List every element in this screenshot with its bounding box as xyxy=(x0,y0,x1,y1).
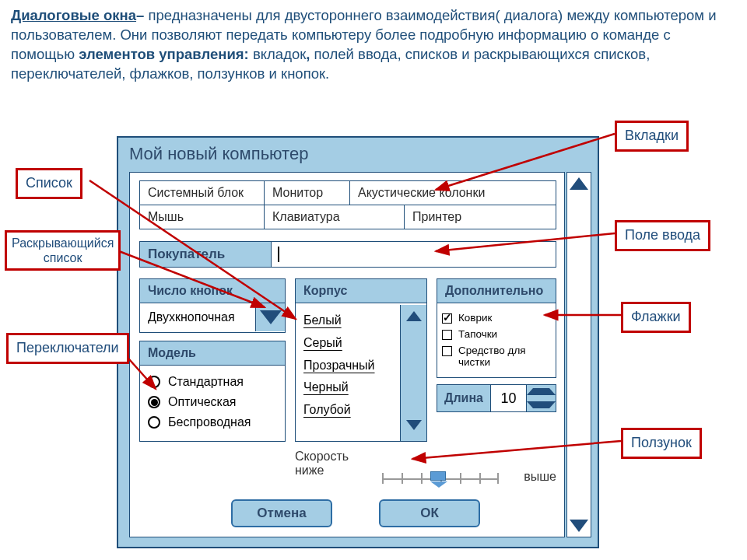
scroll-up[interactable] xyxy=(567,173,591,194)
dialog-title: Мой новый компьютер xyxy=(118,138,598,172)
scroll-up-icon[interactable] xyxy=(406,311,422,321)
triangle-up-icon xyxy=(570,177,588,190)
spinner-up[interactable] xyxy=(527,385,556,398)
tab-mouse[interactable]: Мышь xyxy=(140,205,265,229)
callout-radios: Переключатели xyxy=(6,333,129,364)
buttons-count-panel: Число кнопок Двухкнопочная xyxy=(139,278,286,333)
buttons-count-value: Двухкнопочная xyxy=(140,303,255,331)
tab-speakers[interactable]: Акустические колонки xyxy=(350,181,556,205)
tab-keyboard[interactable]: Клавиатура xyxy=(265,205,405,229)
triangle-down-icon xyxy=(570,520,588,532)
radio-optical[interactable]: Оптическая xyxy=(148,392,277,412)
checkbox-mat[interactable]: Коврик xyxy=(442,310,551,326)
scroll-down[interactable] xyxy=(567,515,591,537)
dialog-scrollbar[interactable] xyxy=(566,172,591,537)
chevron-down-icon xyxy=(527,401,556,408)
radio-wireless[interactable]: Беспроводная xyxy=(148,412,277,432)
dialog-window: Мой новый компьютер Системный блок Монит… xyxy=(117,136,599,548)
buyer-input[interactable] xyxy=(272,241,556,268)
tab-monitor[interactable]: Монитор xyxy=(265,181,350,205)
tabs-container: Системный блок Монитор Акустические коло… xyxy=(139,180,556,229)
callout-checks: Флажки xyxy=(621,302,691,333)
callout-tabs: Вкладки xyxy=(615,121,689,152)
length-spinner[interactable] xyxy=(527,384,556,412)
list-item[interactable]: Серый xyxy=(303,332,392,355)
slider-high-label: выше xyxy=(524,470,556,484)
scroll-down-icon[interactable] xyxy=(406,420,422,430)
model-label: Модель xyxy=(140,341,285,366)
length-label: Длина xyxy=(437,384,491,412)
list-item[interactable]: Черный xyxy=(303,376,392,399)
checkbox-cleaner[interactable]: Средство для чистки xyxy=(442,342,551,370)
list-item[interactable]: Белый xyxy=(303,310,392,332)
additional-label: Дополнительно xyxy=(437,279,556,303)
additional-panel: Дополнительно Коврик Тапочки Средство дл… xyxy=(437,278,556,378)
slider-thumb[interactable] xyxy=(430,471,446,481)
tab-system-block[interactable]: Системный блок xyxy=(140,181,265,205)
case-label: Корпус xyxy=(296,279,426,303)
model-panel: Модель Стандартная Оптическая Беспроводн… xyxy=(139,341,286,442)
callout-list: Список xyxy=(16,168,82,199)
length-value[interactable]: 10 xyxy=(491,384,527,412)
spinner-down[interactable] xyxy=(527,398,556,411)
case-panel: Корпус Белый Серый Прозрачный Черный Гол… xyxy=(295,278,427,442)
tab-printer[interactable]: Принтер xyxy=(405,205,556,229)
chevron-down-icon xyxy=(260,310,282,324)
buyer-label: Покупатель xyxy=(139,241,272,268)
buttons-count-label: Число кнопок xyxy=(140,279,285,303)
dropdown-button[interactable] xyxy=(255,303,285,331)
ok-button[interactable]: ОК xyxy=(379,499,480,527)
list-item[interactable]: Голубой xyxy=(303,399,392,422)
callout-input: Поле ввода xyxy=(615,220,710,251)
case-list[interactable]: Белый Серый Прозрачный Черный Голубой xyxy=(296,305,400,441)
dialog-body: Системный блок Монитор Акустические коло… xyxy=(129,172,565,537)
list-item[interactable]: Прозрачный xyxy=(303,355,392,377)
callout-dropdown: Раскрывающийся список xyxy=(5,230,121,271)
slider-caption: Скорость ниже xyxy=(295,450,349,478)
intro-term: Диалоговые окна xyxy=(11,7,136,23)
intro-text: Диалоговые окна– предназначены для двуст… xyxy=(0,0,747,87)
list-scrollbar[interactable] xyxy=(400,305,426,441)
checkbox-slippers[interactable]: Тапочки xyxy=(442,326,551,342)
chevron-up-icon xyxy=(527,388,556,395)
cancel-button[interactable]: Отмена xyxy=(231,499,332,527)
callout-slider: Ползунок xyxy=(621,428,702,459)
radio-standard[interactable]: Стандартная xyxy=(148,372,277,392)
speed-slider[interactable] xyxy=(382,471,499,485)
